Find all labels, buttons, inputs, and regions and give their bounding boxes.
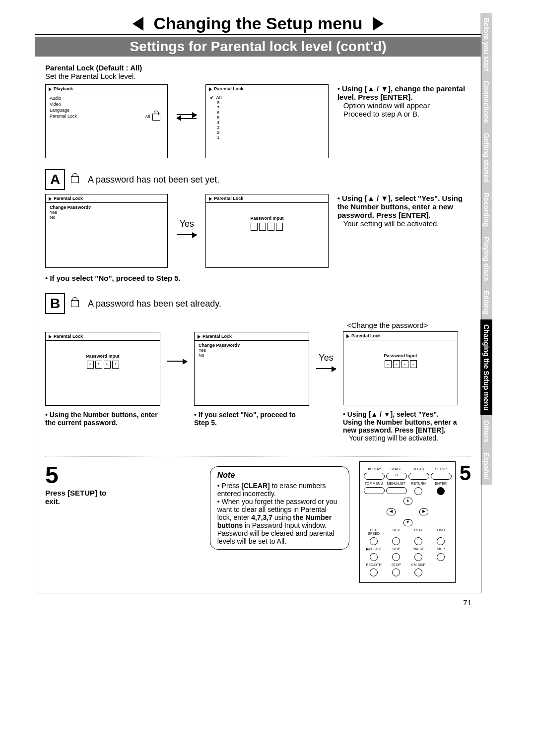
note-box: Note • Press [CLEAR] to erase numbers en… — [210, 466, 349, 550]
step-5-text: Press [SETUP] to exit. — [45, 489, 106, 505]
remote-step-5: 5 — [460, 461, 471, 485]
page-subtitle: Settings for Parental lock level (cont'd… — [35, 37, 481, 57]
instruction-step-a: • Using [▲ / ▼], select "Yes". Using the… — [337, 194, 471, 228]
yes-label-b: Yes — [319, 353, 333, 363]
page-title: Changing the Setup menu — [148, 14, 367, 33]
tab-getting-started[interactable]: Getting started — [480, 128, 492, 188]
step-5-number: 5 — [45, 461, 111, 489]
tab-before-you-start[interactable]: Before you start — [480, 13, 492, 76]
tab-espanol[interactable]: Español — [480, 447, 492, 484]
tab-connections[interactable]: Connections — [480, 76, 492, 128]
side-nav-tabs: Before you start Connections Getting sta… — [480, 13, 492, 485]
screen-change-password-a: Parental Lock Change Password? Yes No — [45, 194, 168, 268]
tab-others[interactable]: Others — [480, 415, 492, 447]
lock-icon — [71, 300, 79, 307]
instruction-b3: • Using [▲ / ▼], select "Yes". Using the… — [343, 410, 457, 442]
arrow-right-icon — [316, 368, 336, 369]
arrow-right-icon — [177, 234, 197, 235]
lock-icon — [152, 114, 160, 121]
step-a-label: A — [45, 169, 65, 190]
arrow-left-icon — [177, 118, 197, 119]
tab-recording[interactable]: Recording — [480, 188, 492, 232]
parental-lock-intro: Set the Parental Lock level. — [45, 72, 471, 80]
unlock-icon — [71, 176, 79, 183]
screen-password-input-b1: Parental Lock Password Input * * * * — [45, 332, 160, 406]
screen-parental-levels: Parental Lock ✔All 8 7 6 5 4 3 2 1 — [205, 84, 328, 158]
note-below-a: • If you select "No", proceed to Step 5. — [45, 274, 471, 282]
step-b-label: B — [45, 293, 65, 314]
tab-changing-setup-menu[interactable]: Changing the Setup menu — [480, 319, 492, 415]
instruction-b2: • If you select "No", proceed to Step 5. — [194, 411, 308, 427]
step-a-text: A password has not been set yet. — [88, 175, 219, 185]
parental-lock-heading: Parental Lock (Default : All) — [45, 63, 471, 72]
remote-diagram: DISPLAYSPACECLEARSETUP 0 TOP MENUMENU/LI… — [359, 461, 456, 583]
arrow-right-icon — [167, 361, 187, 362]
screen-password-input-a: Parental Lock Password Input - - - - — [205, 194, 328, 268]
instruction-b1: • Using the Number buttons, enter the cu… — [45, 411, 159, 427]
page-title-banner: Changing the Setup menu — [55, 14, 462, 33]
screen-password-input-b2: Parental Lock Password Input - - - - — [343, 331, 458, 405]
yes-label-a: Yes — [180, 219, 194, 229]
change-password-title: <Change the password> — [347, 321, 458, 329]
instruction-change-level: • Using [▲ / ▼], change the parental lev… — [337, 84, 471, 118]
screen-playback: Playback Audio Video Language Parental L… — [45, 84, 168, 158]
tab-playing-discs[interactable]: Playing discs — [480, 232, 492, 286]
screen-change-password-b: Parental Lock Change Password? Yes No — [194, 332, 309, 406]
step-b-text: A password has been set already. — [88, 299, 221, 309]
tab-editing[interactable]: Editing — [480, 286, 492, 319]
page-number: 71 — [35, 593, 481, 607]
